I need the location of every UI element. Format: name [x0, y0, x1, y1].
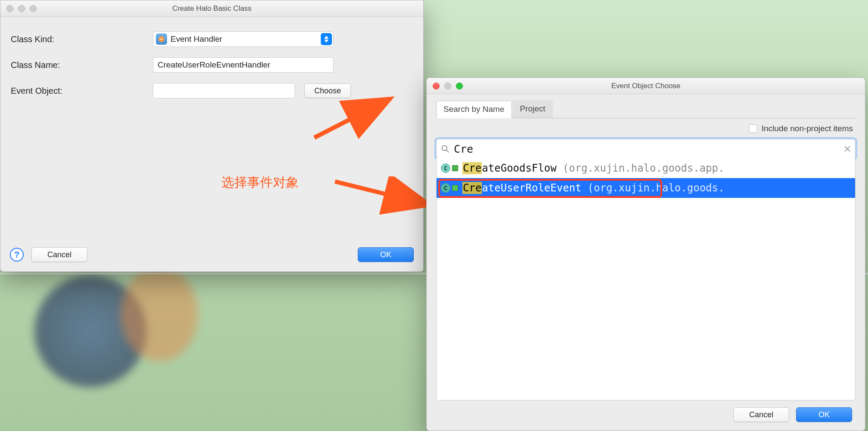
svg-point-1: [442, 146, 447, 151]
class-kind-label: Class Kind:: [11, 34, 153, 44]
cancel-button[interactable]: Cancel: [31, 247, 87, 262]
desktop: Create Halo Basic Class Class Kind: Even…: [0, 0, 868, 431]
event-object-label: Event Object:: [11, 86, 153, 96]
match-highlight: Cre: [462, 162, 482, 174]
match-highlight: Cre: [462, 182, 482, 194]
event-object-choose-dialog: Event Object Choose Search by Name Proje…: [426, 77, 865, 431]
result-name: CreateUserRoleEvent: [462, 182, 582, 194]
include-nonproject-label: Include non-project items: [762, 124, 853, 133]
result-name: CreateGoodsFlow: [462, 162, 557, 174]
tab-search-by-name[interactable]: Search by Name: [436, 101, 512, 118]
create-class-dialog: Create Halo Basic Class Class Kind: Even…: [0, 0, 424, 272]
search-icon: [441, 145, 450, 153]
help-button[interactable]: ?: [10, 248, 24, 262]
package-icon: [452, 185, 458, 191]
tabs: Search by Name Project: [436, 100, 856, 118]
class-name-input[interactable]: [153, 57, 334, 73]
minimize-icon[interactable]: [444, 83, 451, 89]
dialog-title: Create Halo Basic Class: [0, 4, 423, 13]
zoom-icon[interactable]: [30, 5, 37, 12]
search-input[interactable]: Cre: [436, 139, 856, 159]
tab-project[interactable]: Project: [513, 100, 553, 118]
bg-blob: [121, 267, 198, 361]
result-row[interactable]: C CreateGoodsFlow (org.xujin.halo.goods.…: [437, 158, 855, 178]
result-package: (org.xujin.halo.goods.app.: [563, 162, 725, 174]
zoom-icon[interactable]: [456, 83, 463, 89]
package-icon: [452, 165, 458, 171]
ok-button[interactable]: OK: [358, 247, 414, 262]
close-icon[interactable]: [433, 83, 440, 89]
ok-button[interactable]: OK: [796, 407, 852, 422]
event-handler-icon: [156, 34, 167, 45]
dialog-title: Event Object Choose: [427, 82, 865, 90]
titlebar[interactable]: Create Halo Basic Class: [0, 0, 423, 17]
search-query: Cre: [454, 143, 840, 155]
event-object-input[interactable]: [153, 83, 295, 99]
result-package: (org.xujin.halo.goods.: [588, 182, 725, 194]
class-icon: C: [441, 163, 450, 173]
minimize-icon[interactable]: [18, 5, 25, 12]
close-icon[interactable]: [6, 5, 13, 12]
annotation-label: 选择事件对象: [221, 174, 299, 191]
class-kind-select[interactable]: Event Handler: [153, 31, 334, 47]
include-nonproject-checkbox[interactable]: [749, 124, 757, 133]
titlebar[interactable]: Event Object Choose: [427, 78, 865, 94]
result-row[interactable]: C CreateUserRoleEvent (org.xujin.halo.go…: [437, 178, 855, 198]
choose-button[interactable]: Choose: [304, 83, 351, 98]
class-icon: C: [441, 183, 450, 193]
select-arrows-icon: [321, 33, 332, 45]
cancel-button[interactable]: Cancel: [733, 407, 789, 422]
clear-icon[interactable]: [844, 145, 851, 152]
svg-line-2: [446, 150, 449, 153]
results-list: C CreateGoodsFlow (org.xujin.halo.goods.…: [436, 158, 856, 400]
class-name-label: Class Name:: [11, 60, 153, 70]
class-kind-value: Event Handler: [170, 34, 222, 44]
